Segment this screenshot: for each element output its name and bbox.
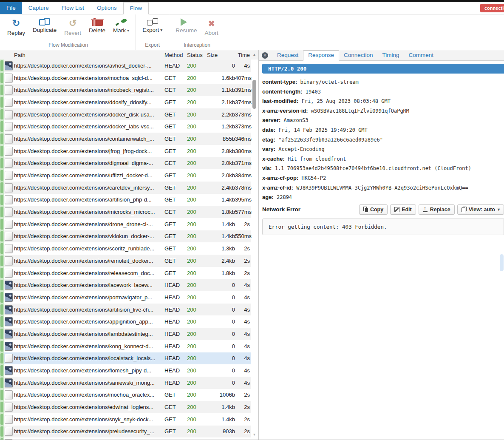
table-row[interactable]: https://desktop.docker.com/extensions/mo…	[0, 72, 251, 84]
menu-item-flow-list[interactable]: Flow List	[55, 2, 91, 14]
view-mode-button[interactable]: View: auto▾	[457, 204, 504, 215]
tab-comment[interactable]: Comment	[404, 50, 438, 60]
flow-time: 2s	[235, 245, 251, 252]
table-row[interactable]: https://desktop.docker.com/extensions/mo…	[0, 389, 251, 401]
flow-status: 200	[185, 307, 207, 313]
flow-path: https://desktop.docker.com/extensions/ap…	[14, 318, 164, 325]
tab-timing[interactable]: Timing	[377, 50, 404, 60]
delete-button[interactable]: Delete	[85, 14, 109, 34]
flow-method: HEAD	[164, 367, 185, 374]
replay-button[interactable]: Replay	[3, 14, 29, 37]
flow-method: GET	[164, 404, 185, 410]
document-icon	[5, 207, 13, 216]
menu-item-flow[interactable]: Flow	[123, 2, 149, 14]
table-row[interactable]: https://desktop.docker.com/extensions/la…	[0, 328, 251, 340]
column-header-status[interactable]: Status	[185, 52, 207, 58]
table-row[interactable]: https://desktop.docker.com/extensions/la…	[0, 279, 251, 291]
detail-tabs: × RequestResponseConnectionTimingComment	[259, 50, 504, 61]
flow-size: 0	[207, 62, 235, 69]
flow-time: 4s	[235, 294, 251, 301]
tab-response[interactable]: Response	[303, 50, 339, 61]
edit-button[interactable]: Edit	[390, 204, 416, 215]
scroll-down-arrow-icon[interactable]: ▼	[252, 431, 257, 439]
table-row[interactable]: https://desktop.docker.com/extensions/av…	[0, 60, 251, 72]
marker-green	[0, 133, 4, 145]
table-row[interactable]: https://desktop.docker.com/extensions/ap…	[0, 315, 251, 328]
connection-badge: connection	[480, 4, 504, 12]
menu-item-file[interactable]: File	[0, 2, 22, 14]
table-row[interactable]: https://desktop.docker.com/extensions/co…	[0, 133, 251, 145]
table-row[interactable]: https://desktop.docker.com/extensions/ko…	[0, 340, 251, 352]
column-header-time[interactable]: Time	[235, 52, 251, 58]
document-icon	[5, 220, 13, 229]
table-row[interactable]: https://desktop.docker.com/extensions/ed…	[0, 401, 251, 413]
scroll-up-arrow-icon[interactable]: ▲	[252, 51, 257, 59]
duplicate-button[interactable]: Duplicate	[29, 14, 60, 34]
table-row[interactable]: https://desktop.docker.com/extensions/ar…	[0, 194, 251, 206]
tab-connection[interactable]: Connection	[339, 50, 377, 60]
table-row[interactable]: https://desktop.docker.com/extensions/ca…	[0, 182, 251, 194]
marker-green	[0, 72, 4, 84]
table-row[interactable]: https://desktop.docker.com/extensions/mi…	[0, 206, 251, 218]
table-row[interactable]: https://desktop.docker.com/extensions/pr…	[0, 426, 251, 438]
flow-time: 2s	[235, 428, 251, 434]
close-icon[interactable]: ×	[262, 52, 268, 59]
table-row[interactable]: https://desktop.docker.com/extensions/fl…	[0, 364, 251, 377]
menu-item-options[interactable]: Options	[91, 2, 123, 14]
table-row[interactable]: https://desktop.docker.com/extensions/di…	[0, 157, 251, 170]
flow-status: 200	[185, 367, 207, 374]
table-row[interactable]: https://desktop.docker.com/extensions/jf…	[0, 145, 251, 157]
table-row[interactable]: https://desktop.docker.com/extensions/ar…	[0, 304, 251, 316]
export-button[interactable]: Export▾	[139, 14, 166, 34]
table-row[interactable]: https://desktop.docker.com/extensions/lo…	[0, 352, 251, 365]
table-row[interactable]: https://desktop.docker.com/extensions/sc…	[0, 242, 251, 255]
flow-time: 4s	[235, 331, 251, 337]
document-icon	[5, 415, 13, 424]
table-row[interactable]: https://desktop.docker.com/extensions/ni…	[0, 84, 251, 96]
tab-request[interactable]: Request	[272, 50, 303, 60]
chevron-down-icon: ▾	[127, 28, 129, 33]
flow-path: https://desktop.docker.com/extensions/uf…	[14, 172, 164, 179]
table-row[interactable]: https://desktop.docker.com/extensions/dd…	[0, 96, 251, 108]
column-header-method[interactable]: Method	[164, 52, 185, 58]
marker-green	[0, 364, 4, 377]
flow-size: 0	[207, 331, 235, 337]
table-row[interactable]: https://desktop.docker.com/extensions/dr…	[0, 218, 251, 230]
scrollbar-thumb[interactable]	[252, 80, 256, 109]
response-status-banner[interactable]: HTTP/2.0 200	[262, 64, 504, 74]
marker-green	[0, 315, 4, 328]
flow-size: 2.0kb	[207, 160, 235, 166]
flow-table-header[interactable]: Path Method Status Size Time	[0, 50, 258, 60]
table-row[interactable]: https://desktop.docker.com/extensions/vk…	[0, 230, 251, 243]
table-row[interactable]: https://desktop.docker.com/extensions/uf…	[0, 169, 251, 182]
table-row[interactable]: https://desktop.docker.com/extensions/do…	[0, 120, 251, 133]
flow-time: 4s	[235, 282, 251, 288]
table-row[interactable]: https://desktop.docker.com/extensions/sn…	[0, 413, 251, 426]
flow-status: 200	[185, 355, 207, 361]
document-icon	[5, 159, 13, 167]
column-header-path[interactable]: Path	[14, 52, 164, 58]
table-row[interactable]	[0, 437, 251, 440]
menu-item-capture[interactable]: Capture	[22, 2, 55, 14]
table-row[interactable]: https://desktop.docker.com/extensions/po…	[0, 291, 251, 304]
replace-button[interactable]: Replace	[419, 204, 455, 215]
header-value: AmazonS3	[280, 117, 308, 123]
document-icon	[5, 110, 13, 119]
table-row[interactable]: https://desktop.docker.com/extensions/re…	[0, 255, 251, 267]
marker-green	[0, 108, 4, 121]
flow-path: https://desktop.docker.com/extensions/do…	[14, 123, 164, 130]
flow-time: 550ms	[235, 233, 251, 239]
mark-button[interactable]: Mark▾	[109, 14, 133, 34]
table-row[interactable]: https://desktop.docker.com/extensions/sa…	[0, 377, 251, 389]
flow-method: HEAD	[164, 331, 185, 337]
detail-scrollbar-thumb[interactable]	[500, 254, 504, 271]
flow-scrollbar[interactable]: ▲ ▼	[252, 50, 257, 440]
table-row[interactable]: https://desktop.docker.com/extensions/re…	[0, 267, 251, 279]
flow-time: 4s	[235, 367, 251, 374]
resume-button: Resume	[172, 14, 201, 34]
header-name: x-amz-version-id:	[262, 108, 308, 114]
flow-size: 903b	[207, 428, 235, 434]
table-row[interactable]: https://desktop.docker.com/extensions/do…	[0, 108, 251, 121]
copy-button[interactable]: Copy	[359, 204, 388, 215]
column-header-size[interactable]: Size	[207, 52, 235, 58]
